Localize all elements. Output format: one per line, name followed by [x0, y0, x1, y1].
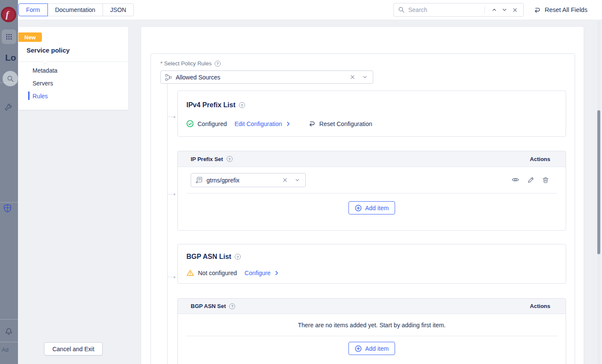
- cancel-and-exit-button[interactable]: Cancel and Exit: [44, 342, 103, 355]
- background-account-label: Ad: [2, 346, 9, 353]
- warning-triangle-icon: [186, 269, 194, 277]
- search-box: [393, 3, 524, 17]
- chevron-down-icon: [362, 74, 368, 80]
- clear-selection-button[interactable]: [282, 177, 288, 183]
- background-page-title: Lo: [5, 53, 16, 63]
- divider: [484, 6, 485, 13]
- bgp-asn-set-table: BGP ASN Set ? Actions There are no items…: [177, 298, 566, 364]
- background-search-field: [3, 71, 18, 86]
- chevron-right-icon: [285, 121, 291, 127]
- dropdown-toggle-button[interactable]: [295, 177, 300, 183]
- policy-rules-value: Allowed Sources: [176, 74, 350, 81]
- nav-item-servers[interactable]: Servers: [32, 79, 53, 88]
- ipv4-prefix-list-card: IPv4 Prefix List ? Configured Edit Confi…: [177, 91, 566, 137]
- form-nav-card: New Service policy Metadata Servers Rule…: [18, 27, 128, 110]
- tree-connector: [168, 117, 173, 117]
- empty-state-row: There are no items added yet. Start by a…: [178, 314, 566, 336]
- reset-all-fields-button[interactable]: Reset All Fields: [534, 3, 587, 16]
- help-icon[interactable]: ?: [235, 254, 241, 260]
- help-icon[interactable]: ?: [227, 156, 233, 162]
- ip-prefix-select[interactable]: gtrns/gprefix: [191, 173, 306, 187]
- help-icon[interactable]: ?: [215, 61, 221, 67]
- plus-circle-icon: [355, 345, 362, 352]
- divider-notch: [42, 59, 48, 65]
- view-tabs: Form Documentation JSON: [18, 3, 134, 16]
- wrench-icon: [4, 103, 12, 112]
- app-grid-button[interactable]: [2, 29, 16, 44]
- search-icon: [7, 75, 14, 82]
- pencil-icon: [527, 176, 534, 184]
- clear-selection-button[interactable]: [350, 74, 355, 80]
- search-input[interactable]: [408, 6, 483, 13]
- ip-prefix-set-table: IP Prefix Set ? Actions: [177, 151, 566, 231]
- delete-row-button[interactable]: [542, 176, 549, 184]
- bgp-status-text: Not configured: [198, 270, 237, 276]
- tree-connector: [168, 277, 173, 277]
- bgp-asn-list-title: BGP ASN List ?: [186, 253, 241, 261]
- tree-connector: [168, 194, 173, 194]
- close-icon: [512, 7, 518, 13]
- form-title: Service policy: [27, 47, 70, 54]
- configure-link[interactable]: Configure: [245, 270, 280, 276]
- branch-icon: [165, 74, 172, 81]
- policy-rules-label: * Select Policy Rules ?: [160, 60, 221, 67]
- search-clear-button[interactable]: [511, 6, 519, 14]
- ipv4-status-text: Configured: [198, 120, 227, 127]
- row-actions: [511, 176, 549, 184]
- rules-form-body: * Select Policy Rules ? Allowed Sources: [150, 53, 575, 364]
- undo-icon: [308, 120, 316, 127]
- ipv4-status-row: Configured Edit Configuration Reset Conf…: [186, 120, 372, 127]
- tab-form[interactable]: Form: [18, 3, 48, 16]
- divider: [186, 336, 557, 336]
- divider: [18, 62, 128, 62]
- eye-icon: [511, 176, 519, 184]
- screen: f Lo Ad For: [0, 0, 602, 364]
- dropdown-toggle-button[interactable]: [362, 74, 368, 80]
- check-circle-icon: [186, 120, 194, 127]
- search-prev-button[interactable]: [490, 6, 499, 14]
- chevron-down-icon: [502, 7, 508, 13]
- actions-column-header: Actions: [530, 303, 550, 309]
- new-badge: New: [18, 32, 42, 42]
- bell-icon: [5, 327, 13, 335]
- help-icon[interactable]: ?: [239, 102, 245, 108]
- divider: [0, 319, 18, 320]
- undo-icon: [534, 6, 541, 14]
- trash-icon: [542, 176, 549, 184]
- bgp-asn-set-title: BGP ASN Set ?: [191, 303, 235, 309]
- app-grid-icon: [6, 33, 12, 40]
- help-icon[interactable]: ?: [229, 303, 235, 309]
- add-item-area: Add item: [178, 336, 566, 355]
- add-item-button[interactable]: Add item: [348, 342, 395, 355]
- bgp-asn-set-header: BGP ASN Set ? Actions: [178, 299, 566, 314]
- tree-line: [167, 84, 168, 364]
- shield-icon: [3, 204, 12, 213]
- active-nav-indicator: [28, 91, 30, 100]
- empty-state-text: There are no items added yet. Start by a…: [298, 322, 446, 329]
- background-app-nav: f Lo Ad: [0, 0, 18, 364]
- view-row-button[interactable]: [511, 176, 519, 184]
- rules-panel: Rules Reset All Fields Show Advanced Fie…: [141, 27, 584, 364]
- policy-rules-select[interactable]: Allowed Sources: [160, 70, 373, 84]
- bgp-status-row: Not configured Configure: [186, 269, 280, 277]
- edit-configuration-link[interactable]: Edit Configuration: [235, 120, 291, 127]
- tab-json[interactable]: JSON: [103, 3, 134, 16]
- scrollbar-thumb[interactable]: [597, 110, 600, 254]
- ipv4-prefix-list-title: IPv4 Prefix List ?: [186, 101, 245, 109]
- table-row: gtrns/gprefix: [178, 167, 566, 194]
- divider: [186, 193, 557, 194]
- edit-row-button[interactable]: [527, 176, 534, 184]
- add-item-button[interactable]: Add item: [348, 201, 395, 214]
- add-item-area: Add item: [178, 194, 566, 214]
- chevron-up-icon: [491, 7, 497, 13]
- search-next-button[interactable]: [500, 6, 509, 14]
- chevron-down-icon: [295, 177, 300, 183]
- tab-documentation[interactable]: Documentation: [47, 3, 103, 16]
- reset-configuration-button[interactable]: Reset Configuration: [308, 120, 372, 127]
- divider: [0, 342, 18, 342]
- nav-item-metadata[interactable]: Metadata: [32, 66, 57, 75]
- divider: [0, 202, 18, 203]
- divider: [0, 82, 18, 83]
- list-add-icon: [195, 176, 203, 184]
- nav-item-rules[interactable]: Rules: [32, 92, 48, 100]
